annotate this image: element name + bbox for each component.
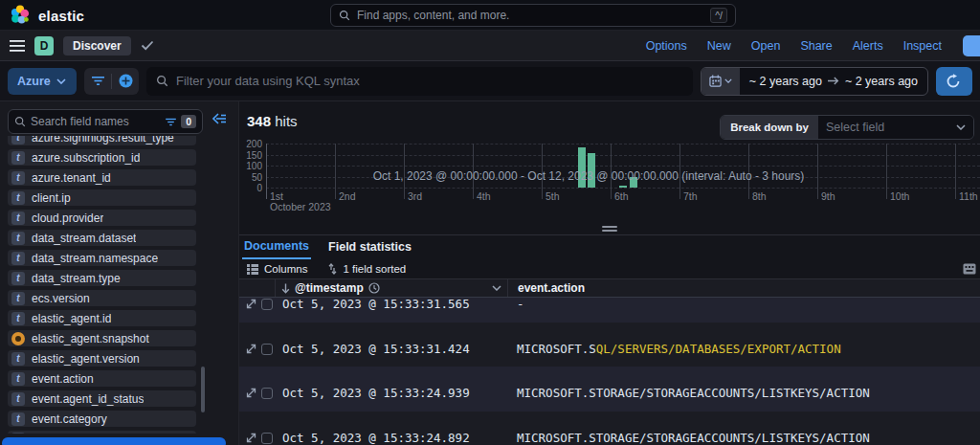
grid-header-timestamp[interactable]: @timestamp — [275, 279, 507, 297]
field-item[interactable]: telastic_agent.id — [8, 310, 196, 326]
field-item[interactable]: tdata_stream.type — [8, 270, 196, 286]
field-item[interactable]: tcloud.provider — [8, 210, 196, 226]
fields-sidebar: 0 tazure.signinlogs.result_type tazure.s… — [0, 101, 239, 445]
field-search-input[interactable] — [31, 115, 161, 128]
hamburger-icon — [10, 39, 25, 53]
fullscreen-button[interactable] — [963, 263, 976, 275]
field-type-text-icon: t — [11, 412, 25, 426]
filter-controls — [84, 68, 139, 95]
global-search[interactable]: ^/ — [330, 4, 736, 27]
field-filter-icon[interactable] — [166, 118, 176, 126]
row-checkbox[interactable] — [261, 344, 273, 355]
global-search-input[interactable] — [357, 9, 703, 22]
kql-query-bar[interactable] — [146, 67, 693, 96]
row-checkbox[interactable] — [261, 388, 273, 399]
sidebar-scrollbar[interactable] — [201, 367, 205, 412]
field-item[interactable]: tazure.subscription_id — [8, 149, 196, 166]
row-timestamp: Oct 5, 2023 @ 15:33:24.892 — [275, 412, 507, 445]
expand-document-icon[interactable] — [246, 388, 256, 398]
nav-link-open[interactable]: Open — [751, 39, 781, 53]
histogram-bar[interactable] — [619, 186, 627, 188]
row-checkbox[interactable] — [261, 433, 273, 444]
field-type-boolean-icon — [11, 332, 25, 345]
menu-button[interactable] — [10, 39, 25, 53]
y-gridline — [266, 188, 980, 189]
column-menu-chevron-icon[interactable] — [492, 285, 501, 291]
field-type-text-icon: t — [11, 151, 25, 165]
refresh-query-button[interactable] — [936, 67, 972, 96]
field-search[interactable]: 0 — [8, 109, 203, 134]
collapse-left-icon — [212, 113, 227, 124]
document-row[interactable]: Oct 5, 2023 @ 15:33:24.939 MICROSOFT.STO… — [239, 367, 980, 412]
x-gridline — [955, 144, 956, 199]
field-type-text-icon: t — [11, 392, 25, 406]
kql-query-input[interactable] — [176, 74, 683, 88]
collapse-sidebar-button[interactable] — [212, 113, 227, 124]
sidebar-bottom-scrollbar[interactable] — [2, 437, 226, 445]
field-item[interactable]: tazure.signinlogs.result_type — [8, 136, 196, 145]
field-item[interactable]: tazure.tenant_id — [8, 169, 196, 186]
date-range[interactable]: ~ 2 years ago ~ 2 years ago — [740, 75, 927, 88]
tab-field-statistics[interactable]: Field statistics — [326, 236, 413, 258]
filter-button[interactable] — [84, 68, 111, 95]
field-item[interactable]: tevent.agent_id_status — [8, 390, 196, 407]
document-row[interactable]: Oct 5, 2023 @ 15:33:31.424 MICROSOFT.SQL… — [239, 323, 980, 367]
breadcrumb[interactable]: Discover — [63, 36, 131, 56]
save-button[interactable] — [963, 35, 980, 56]
elastic-logo[interactable]: elastic — [10, 5, 84, 26]
space-avatar[interactable]: D — [34, 36, 54, 56]
x-axis-tick-label: 9th — [821, 190, 835, 202]
row-event-action: - — [507, 298, 980, 323]
field-item[interactable]: tevent.action — [8, 370, 196, 387]
date-to[interactable]: ~ 2 years ago — [845, 75, 918, 88]
resize-handle[interactable] — [602, 226, 617, 234]
x-axis-tick-label: 5th — [546, 190, 560, 202]
date-quick-select-button[interactable] — [702, 68, 740, 95]
field-type-text-icon: t — [11, 211, 25, 225]
breakdown-select[interactable]: Select field — [818, 116, 973, 139]
expand-document-icon[interactable] — [246, 299, 256, 309]
chevron-down-icon — [724, 78, 732, 83]
field-item[interactable]: tecs.version — [8, 290, 196, 306]
expand-document-icon[interactable] — [246, 433, 256, 443]
data-view-picker[interactable]: Azure — [8, 68, 77, 95]
add-filter-button[interactable] — [112, 68, 139, 95]
x-axis-tick-label: 8th — [752, 190, 767, 202]
field-type-text-icon: t — [11, 352, 25, 366]
y-axis-tick-label: 0 — [239, 183, 262, 193]
nav-link-alerts[interactable]: Alerts — [853, 39, 883, 53]
nav-link-share[interactable]: Share — [800, 39, 832, 53]
nav-link-new[interactable]: New — [707, 39, 731, 53]
expand-document-icon[interactable] — [246, 344, 256, 354]
y-gridline — [266, 144, 980, 145]
shortcut-hint: ^/ — [710, 8, 727, 23]
arrow-right-icon — [828, 77, 839, 85]
field-item[interactable]: tevent.dataset — [8, 431, 196, 434]
breakdown-label: Break down by — [721, 116, 818, 139]
nav-link-inspect[interactable]: Inspect — [903, 39, 942, 53]
y-gridline — [266, 166, 980, 167]
tab-documents[interactable]: Documents — [242, 235, 311, 259]
sort-fields-button[interactable]: 1 field sorted — [328, 263, 406, 275]
global-header: elastic ^/ — [0, 0, 980, 31]
field-item[interactable]: elastic_agent.snapshot — [8, 330, 196, 346]
result-tabs: Documents Field statistics — [239, 234, 980, 258]
grid-header-event-action[interactable]: event.action — [507, 279, 980, 297]
field-item[interactable]: tclient.ip — [8, 189, 196, 206]
columns-button[interactable]: Columns — [247, 263, 307, 275]
plus-circle-icon — [119, 74, 133, 88]
document-row[interactable]: Oct 5, 2023 @ 15:33:31.565 - — [239, 298, 980, 323]
date-from[interactable]: ~ 2 years ago — [749, 75, 822, 88]
nav-link-options[interactable]: Options — [646, 39, 687, 53]
row-checkbox[interactable] — [261, 299, 273, 310]
hits-histogram[interactable]: 0501001502001stOctober 20232nd3rd4th5th6… — [266, 144, 980, 235]
field-type-text-icon: t — [11, 433, 25, 434]
hits-counter: 348 hits — [247, 113, 298, 129]
field-item[interactable]: telastic_agent.version — [8, 350, 196, 367]
document-row[interactable]: Oct 5, 2023 @ 15:33:24.892 MICROSOFT.STO… — [239, 412, 980, 445]
x-axis-tick-label: 10th — [890, 190, 909, 202]
field-item[interactable]: tdata_stream.dataset — [8, 230, 196, 246]
field-item[interactable]: tevent.category — [8, 411, 196, 427]
grid-header-control-column — [239, 279, 275, 297]
field-item[interactable]: tdata_stream.namespace — [8, 250, 196, 266]
